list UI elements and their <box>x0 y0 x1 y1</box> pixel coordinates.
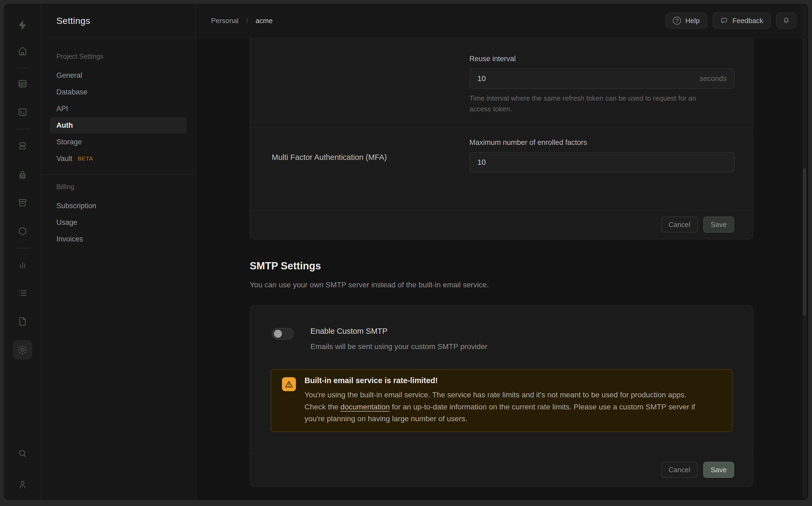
help-button[interactable]: ? Help <box>665 13 707 29</box>
reuse-interval-help: Time interval where the same refresh tok… <box>469 93 714 114</box>
feedback-chat-icon <box>720 17 728 25</box>
auth-cancel-button[interactable]: Cancel <box>661 217 698 233</box>
smtp-section-title: SMTP Settings <box>250 260 321 272</box>
content-area: Personal / acme ? Help Feedback <box>196 4 808 500</box>
home-icon[interactable] <box>13 41 32 61</box>
logs-icon[interactable] <box>13 283 32 303</box>
settings-menu-panel: Settings Project Settings General Databa… <box>41 4 196 500</box>
auth-card-footer: Cancel Save <box>250 210 752 239</box>
mfa-input[interactable] <box>470 153 734 172</box>
icon-rail <box>4 4 41 500</box>
smtp-card-footer: Cancel Save <box>250 453 752 486</box>
help-icon: ? <box>673 17 681 25</box>
rate-limit-warning-alert: Built-in email service is rate-limited! … <box>271 369 733 432</box>
menu-item-usage[interactable]: Usage <box>41 214 196 231</box>
reuse-interval-label: Reuse interval <box>469 55 735 63</box>
bell-icon <box>782 17 790 25</box>
mfa-field: Maximum number of enrolled factors <box>469 139 735 172</box>
mfa-field-label: Maximum number of enrolled factors <box>469 139 735 147</box>
topbar: Personal / acme ? Help Feedback <box>196 4 808 38</box>
page-title: Settings <box>56 15 90 26</box>
storage-icon[interactable] <box>13 193 32 213</box>
app-window: Settings Project Settings General Databa… <box>3 3 809 501</box>
menu-section-billing: Billing <box>41 180 196 193</box>
toggle-knob <box>274 330 282 338</box>
warning-icon <box>282 377 296 391</box>
notifications-button[interactable] <box>776 13 796 29</box>
api-docs-icon[interactable] <box>13 312 32 331</box>
mfa-section-label: Multi Factor Authentication (MFA) <box>272 153 387 162</box>
search-icon[interactable] <box>13 444 32 463</box>
warning-body: You're using the built-in email service.… <box>304 389 696 425</box>
menu-item-database[interactable]: Database <box>41 84 196 100</box>
reports-icon[interactable] <box>13 255 32 275</box>
card-divider <box>250 127 752 128</box>
app-screenshot: Settings Project Settings General Databa… <box>0 0 812 506</box>
menu-item-auth[interactable]: Auth <box>50 117 187 134</box>
smtp-save-button[interactable]: Save <box>703 462 734 478</box>
database-icon[interactable] <box>13 136 32 156</box>
rail-divider <box>15 129 30 129</box>
smtp-settings-card: Enable Custom SMTP Emails will be sent u… <box>250 305 753 487</box>
menu-item-vault[interactable]: Vault BETA <box>41 150 196 167</box>
scrollbar-track[interactable] <box>802 6 807 498</box>
menu-divider <box>41 174 196 175</box>
menu-item-storage[interactable]: Storage <box>41 134 196 150</box>
rail-divider <box>15 68 30 68</box>
documentation-link[interactable]: documentation <box>341 403 390 411</box>
beta-badge: BETA <box>78 155 93 162</box>
auth-save-button[interactable]: Save <box>703 217 734 233</box>
breadcrumb-separator: / <box>246 17 248 25</box>
reuse-interval-field: Reuse interval seconds <box>469 55 735 89</box>
breadcrumb-project[interactable]: acme <box>255 17 273 25</box>
menu-item-subscription[interactable]: Subscription <box>41 197 196 214</box>
mfa-input-wrap <box>469 152 735 172</box>
supabase-logo-icon[interactable] <box>13 15 32 35</box>
menu-item-general[interactable]: General <box>41 67 196 84</box>
rail-divider <box>15 248 30 248</box>
scrollbar-thumb[interactable] <box>803 168 806 316</box>
account-icon[interactable] <box>13 475 32 494</box>
smtp-section-description: You can use your own SMTP server instead… <box>250 281 489 289</box>
settings-scroll-area[interactable]: Reuse interval seconds Time interval whe… <box>196 38 808 500</box>
smtp-cancel-button[interactable]: Cancel <box>661 462 698 478</box>
menu-section-project-settings: Project Settings <box>41 50 196 63</box>
menu-item-api[interactable]: API <box>41 100 196 117</box>
authentication-icon[interactable] <box>13 165 32 185</box>
feedback-button[interactable]: Feedback <box>713 13 771 29</box>
project-settings-icon[interactable] <box>13 340 32 359</box>
enable-custom-smtp-description: Emails will be sent using your custom SM… <box>310 342 487 351</box>
reuse-interval-input-wrap: seconds <box>469 68 735 89</box>
menu-item-invoices[interactable]: Invoices <box>41 231 196 247</box>
table-editor-icon[interactable] <box>13 74 32 93</box>
breadcrumb-org[interactable]: Personal <box>211 17 239 25</box>
sql-editor-icon[interactable] <box>13 102 32 122</box>
enable-custom-smtp-label: Enable Custom SMTP <box>310 327 387 336</box>
reuse-interval-input[interactable] <box>470 69 734 88</box>
auth-settings-card: Reuse interval seconds Time interval whe… <box>250 38 753 239</box>
warning-title: Built-in email service is rate-limited! <box>304 376 438 385</box>
edge-functions-icon[interactable] <box>13 222 32 241</box>
settings-menu-header: Settings <box>41 4 196 38</box>
enable-custom-smtp-toggle[interactable] <box>272 328 294 340</box>
